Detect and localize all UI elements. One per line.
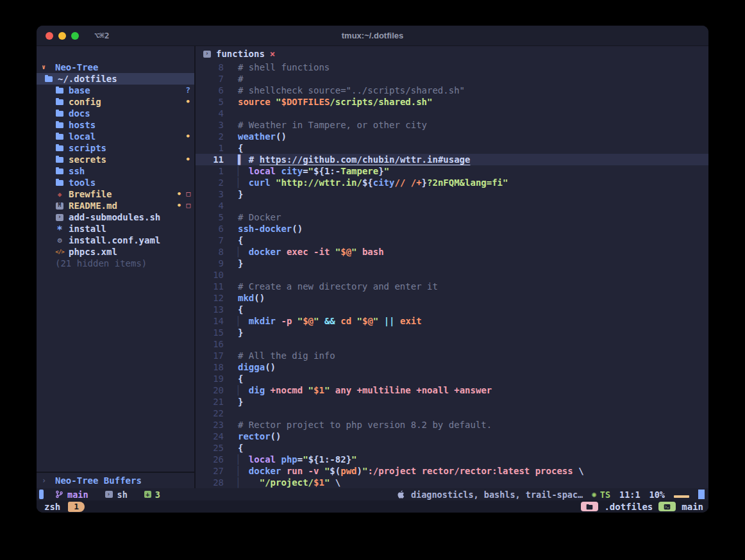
code-line[interactable]: 12 mkd(): [196, 292, 708, 304]
tree-item[interactable]: hosts: [37, 119, 194, 131]
code-line[interactable]: 18 digga(): [196, 361, 708, 373]
tree-item[interactable]: ◆ Brewfile • □: [37, 188, 194, 200]
tree-item[interactable]: ssh: [37, 165, 194, 177]
tree-item[interactable]: scripts: [37, 142, 194, 154]
fold-column[interactable]: [196, 465, 205, 477]
neo-tree-header[interactable]: ∨ Neo-Tree: [37, 62, 194, 73]
code-line[interactable]: 23 # Rector project to php version 8.2 b…: [196, 419, 708, 431]
code-line[interactable]: 27 ▏ docker run -v "$(pwd)":/project rec…: [196, 465, 708, 477]
code-line[interactable]: 11 # Create a new directory and enter it: [196, 281, 708, 292]
fold-column[interactable]: [196, 384, 205, 396]
fold-column[interactable]: [196, 85, 205, 96]
fold-column[interactable]: [196, 177, 205, 188]
tree-item[interactable]: docs: [37, 108, 194, 119]
tree-item[interactable]: M README.md • □: [37, 200, 194, 211]
code-line[interactable]: 10: [196, 269, 708, 281]
code-line[interactable]: 6 # shellcheck source="../scripts/shared…: [196, 85, 708, 96]
code-line[interactable]: 4: [196, 200, 708, 211]
fold-column[interactable]: [196, 96, 205, 108]
code-line[interactable]: 5 # Docker: [196, 211, 708, 223]
neo-tree-buffers-section[interactable]: › Neo-Tree Buffers: [37, 473, 194, 488]
fold-column[interactable]: [196, 408, 205, 419]
fold-column[interactable]: [196, 258, 205, 269]
code-line[interactable]: 5 source "$DOTFILES/scripts/shared.sh": [196, 96, 708, 108]
code-line[interactable]: 6 ssh-docker(): [196, 223, 708, 235]
fold-column[interactable]: [196, 327, 205, 338]
tree-item[interactable]: ⚙ install.conf.yaml: [37, 235, 194, 246]
fold-column[interactable]: [196, 281, 205, 292]
tree-item[interactable]: local •: [37, 131, 194, 142]
code-line[interactable]: 24 rector(): [196, 431, 708, 442]
code-line[interactable]: 8 ▏ docker exec -it "$@" bash: [196, 246, 708, 258]
fold-column[interactable]: [196, 73, 205, 85]
code-line[interactable]: 7 {: [196, 235, 708, 246]
fold-column[interactable]: [196, 235, 205, 246]
fold-column[interactable]: [196, 373, 205, 384]
fold-column[interactable]: [196, 361, 205, 373]
fold-column[interactable]: [196, 223, 205, 235]
minimize-window-button[interactable]: [58, 32, 66, 40]
code-line[interactable]: 7 #: [196, 73, 708, 85]
fold-column[interactable]: [196, 338, 205, 350]
fold-column[interactable]: [196, 211, 205, 223]
code-line[interactable]: 1 {: [196, 142, 708, 154]
code-line[interactable]: 3 # Weather in Tampere, or other city: [196, 119, 708, 131]
tree-item[interactable]: * install: [37, 223, 194, 235]
tmux-window-badge[interactable]: 1: [68, 502, 85, 512]
fold-column[interactable]: [196, 62, 205, 73]
fold-column[interactable]: [196, 246, 205, 258]
tab-functions[interactable]: › functions ×: [203, 49, 275, 59]
tree-item[interactable]: › add-submodules.sh: [37, 211, 194, 223]
code-line[interactable]: 25 {: [196, 442, 708, 454]
tree-item[interactable]: tools: [37, 177, 194, 188]
code-line[interactable]: 20 ▏ dig +nocmd "$1" any +multiline +noa…: [196, 384, 708, 396]
fold-column[interactable]: [196, 431, 205, 442]
code-line[interactable]: 21 }: [196, 396, 708, 408]
close-window-button[interactable]: [46, 32, 53, 40]
fold-column[interactable]: [196, 142, 205, 154]
fold-column[interactable]: [196, 188, 205, 200]
fold-column[interactable]: [196, 154, 205, 165]
fold-column[interactable]: [196, 304, 205, 315]
fold-column[interactable]: [196, 131, 205, 142]
fold-column[interactable]: [196, 165, 205, 177]
code-line[interactable]: 16: [196, 338, 708, 350]
code-line[interactable]: 9 }: [196, 258, 708, 269]
tree-root-item[interactable]: ~/.dotfiles: [37, 73, 194, 85]
fold-column[interactable]: [196, 350, 205, 361]
fold-column[interactable]: [196, 442, 205, 454]
code-line[interactable]: 2 ▏ curl "http://wttr.in/${city// /+}?2n…: [196, 177, 708, 188]
scrollbar-thumb[interactable]: [698, 490, 705, 499]
tree-item[interactable]: secrets •: [37, 154, 194, 165]
fold-column[interactable]: [196, 477, 205, 488]
code-line[interactable]: 28 ▏ "/project/$1" \: [196, 477, 708, 488]
fold-column[interactable]: [196, 269, 205, 281]
fold-column[interactable]: [196, 315, 205, 327]
tab-close-icon[interactable]: ×: [270, 49, 275, 59]
code-line[interactable]: 26 ▏ local php="${1:-82}": [196, 454, 708, 465]
fold-column[interactable]: [196, 200, 205, 211]
code-buffer[interactable]: 8 # shell functions 7 # 6 # shellcheck s…: [196, 62, 708, 488]
fold-column[interactable]: [196, 454, 205, 465]
tree-item[interactable]: base ?: [37, 85, 194, 96]
code-line[interactable]: 2 weather(): [196, 131, 708, 142]
code-line[interactable]: 14 ▏ mkdir -p "$@" && cd "$@" || exit: [196, 315, 708, 327]
tree-item[interactable]: config •: [37, 96, 194, 108]
code-line[interactable]: 4: [196, 108, 708, 119]
code-line[interactable]: 11 ▌ # https://github.com/chubin/wttr.in…: [196, 154, 708, 165]
fold-column[interactable]: [196, 419, 205, 431]
code-line[interactable]: 17 # All the dig info: [196, 350, 708, 361]
code-line[interactable]: 1 ▏ local city="${1:-Tampere}": [196, 165, 708, 177]
code-line[interactable]: 22: [196, 408, 708, 419]
fold-column[interactable]: [196, 108, 205, 119]
code-line[interactable]: 3 }: [196, 188, 708, 200]
code-line[interactable]: 15 }: [196, 327, 708, 338]
code-line[interactable]: 8 # shell functions: [196, 62, 708, 73]
fold-column[interactable]: [196, 292, 205, 304]
code-line[interactable]: 13 {: [196, 304, 708, 315]
tree-item[interactable]: </> phpcs.xml: [37, 246, 194, 258]
code-line[interactable]: 19 {: [196, 373, 708, 384]
zoom-window-button[interactable]: [71, 32, 79, 40]
fold-column[interactable]: [196, 119, 205, 131]
fold-column[interactable]: [196, 396, 205, 408]
